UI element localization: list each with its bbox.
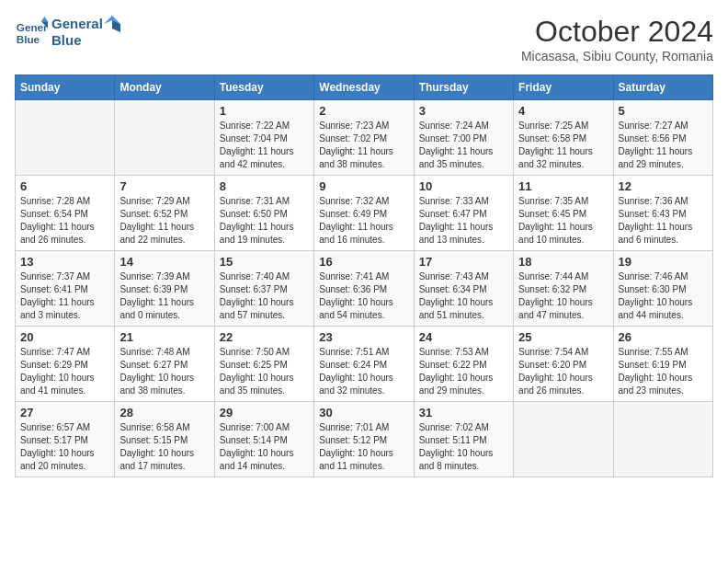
day-info: Sunrise: 7:36 AM Sunset: 6:43 PM Dayligh… bbox=[619, 195, 708, 247]
calendar-cell bbox=[16, 100, 115, 176]
day-number: 15 bbox=[220, 255, 309, 269]
month-title: October 2024 bbox=[521, 15, 713, 49]
day-number: 24 bbox=[419, 330, 508, 344]
day-info: Sunrise: 7:47 AM Sunset: 6:29 PM Dayligh… bbox=[20, 346, 109, 397]
logo-general: General bbox=[51, 16, 103, 31]
day-number: 3 bbox=[419, 104, 508, 118]
day-info: Sunrise: 7:33 AM Sunset: 6:47 PM Dayligh… bbox=[419, 195, 508, 247]
calendar-cell: 18Sunrise: 7:44 AM Sunset: 6:32 PM Dayli… bbox=[514, 251, 613, 327]
calendar-cell: 6Sunrise: 7:28 AM Sunset: 6:54 PM Daylig… bbox=[16, 176, 115, 251]
day-number: 23 bbox=[319, 330, 408, 344]
week-row-3: 13Sunrise: 7:37 AM Sunset: 6:41 PM Dayli… bbox=[16, 251, 713, 327]
day-info: Sunrise: 7:01 AM Sunset: 5:12 PM Dayligh… bbox=[319, 421, 408, 473]
weekday-tuesday: Tuesday bbox=[214, 75, 313, 100]
day-info: Sunrise: 7:22 AM Sunset: 7:04 PM Dayligh… bbox=[220, 120, 309, 171]
calendar-cell: 3Sunrise: 7:24 AM Sunset: 7:00 PM Daylig… bbox=[414, 100, 513, 176]
location: Micasasa, Sibiu County, Romania bbox=[521, 49, 713, 63]
weekday-saturday: Saturday bbox=[613, 75, 712, 100]
day-info: Sunrise: 7:50 AM Sunset: 6:25 PM Dayligh… bbox=[220, 346, 309, 397]
day-number: 2 bbox=[319, 104, 408, 118]
day-info: Sunrise: 7:40 AM Sunset: 6:37 PM Dayligh… bbox=[220, 270, 309, 322]
day-number: 10 bbox=[419, 179, 508, 193]
day-info: Sunrise: 7:00 AM Sunset: 5:14 PM Dayligh… bbox=[220, 421, 309, 473]
day-info: Sunrise: 7:43 AM Sunset: 6:34 PM Dayligh… bbox=[419, 270, 508, 322]
svg-marker-2 bbox=[41, 17, 48, 21]
calendar-cell: 29Sunrise: 7:00 AM Sunset: 5:14 PM Dayli… bbox=[214, 402, 313, 477]
calendar-cell: 28Sunrise: 6:58 AM Sunset: 5:15 PM Dayli… bbox=[115, 402, 214, 477]
day-number: 21 bbox=[119, 330, 209, 344]
day-number: 28 bbox=[119, 406, 209, 419]
day-info: Sunrise: 7:46 AM Sunset: 6:30 PM Dayligh… bbox=[619, 270, 708, 322]
weekday-thursday: Thursday bbox=[414, 75, 513, 100]
week-row-5: 27Sunrise: 6:57 AM Sunset: 5:17 PM Dayli… bbox=[16, 402, 713, 477]
weekday-wednesday: Wednesday bbox=[314, 75, 414, 100]
calendar-cell: 5Sunrise: 7:27 AM Sunset: 6:56 PM Daylig… bbox=[613, 100, 712, 176]
weekday-monday: Monday bbox=[115, 75, 214, 100]
day-info: Sunrise: 7:54 AM Sunset: 6:20 PM Dayligh… bbox=[518, 346, 608, 397]
calendar-cell: 21Sunrise: 7:48 AM Sunset: 6:27 PM Dayli… bbox=[115, 327, 214, 402]
calendar-cell: 14Sunrise: 7:39 AM Sunset: 6:39 PM Dayli… bbox=[115, 251, 214, 327]
day-info: Sunrise: 6:58 AM Sunset: 5:15 PM Dayligh… bbox=[119, 421, 209, 473]
logo-blue: Blue bbox=[51, 32, 120, 48]
weekday-sunday: Sunday bbox=[16, 75, 115, 100]
week-row-2: 6Sunrise: 7:28 AM Sunset: 6:54 PM Daylig… bbox=[16, 176, 713, 251]
day-number: 11 bbox=[518, 179, 608, 193]
day-info: Sunrise: 7:44 AM Sunset: 6:32 PM Dayligh… bbox=[518, 270, 608, 322]
calendar-cell: 8Sunrise: 7:31 AM Sunset: 6:50 PM Daylig… bbox=[214, 176, 313, 251]
day-number: 12 bbox=[619, 179, 708, 193]
page-header: General Blue General Blue October 2024 M… bbox=[15, 15, 713, 63]
calendar-cell: 25Sunrise: 7:54 AM Sunset: 6:20 PM Dayli… bbox=[514, 327, 613, 402]
day-info: Sunrise: 7:28 AM Sunset: 6:54 PM Dayligh… bbox=[20, 195, 109, 247]
day-number: 13 bbox=[20, 255, 109, 269]
calendar-cell: 4Sunrise: 7:25 AM Sunset: 6:58 PM Daylig… bbox=[514, 100, 613, 176]
weekday-header-row: SundayMondayTuesdayWednesdayThursdayFrid… bbox=[16, 75, 713, 100]
day-info: Sunrise: 7:35 AM Sunset: 6:45 PM Dayligh… bbox=[518, 195, 608, 247]
calendar-cell: 20Sunrise: 7:47 AM Sunset: 6:29 PM Dayli… bbox=[16, 327, 115, 402]
day-info: Sunrise: 7:23 AM Sunset: 7:02 PM Dayligh… bbox=[319, 120, 408, 171]
day-info: Sunrise: 7:39 AM Sunset: 6:39 PM Dayligh… bbox=[119, 270, 209, 322]
logo-arrow-icon bbox=[104, 16, 120, 32]
calendar-cell: 9Sunrise: 7:32 AM Sunset: 6:49 PM Daylig… bbox=[314, 176, 414, 251]
calendar-cell: 2Sunrise: 7:23 AM Sunset: 7:02 PM Daylig… bbox=[314, 100, 414, 176]
day-info: Sunrise: 6:57 AM Sunset: 5:17 PM Dayligh… bbox=[20, 421, 109, 473]
calendar-cell: 7Sunrise: 7:29 AM Sunset: 6:52 PM Daylig… bbox=[115, 176, 214, 251]
calendar-cell bbox=[115, 100, 214, 176]
day-info: Sunrise: 7:53 AM Sunset: 6:22 PM Dayligh… bbox=[419, 346, 508, 397]
calendar-table: SundayMondayTuesdayWednesdayThursdayFrid… bbox=[15, 75, 713, 477]
week-row-1: 1Sunrise: 7:22 AM Sunset: 7:04 PM Daylig… bbox=[16, 100, 713, 176]
day-info: Sunrise: 7:02 AM Sunset: 5:11 PM Dayligh… bbox=[419, 421, 508, 473]
day-number: 9 bbox=[319, 179, 408, 193]
day-number: 22 bbox=[220, 330, 309, 344]
day-info: Sunrise: 7:31 AM Sunset: 6:50 PM Dayligh… bbox=[220, 195, 309, 247]
day-info: Sunrise: 7:24 AM Sunset: 7:00 PM Dayligh… bbox=[419, 120, 508, 171]
day-number: 26 bbox=[619, 330, 708, 344]
day-number: 19 bbox=[619, 255, 708, 269]
calendar-cell bbox=[613, 402, 712, 477]
calendar-cell bbox=[514, 402, 613, 477]
calendar-cell: 15Sunrise: 7:40 AM Sunset: 6:37 PM Dayli… bbox=[214, 251, 313, 327]
calendar-cell: 23Sunrise: 7:51 AM Sunset: 6:24 PM Dayli… bbox=[314, 327, 414, 402]
day-number: 4 bbox=[518, 104, 608, 118]
week-row-4: 20Sunrise: 7:47 AM Sunset: 6:29 PM Dayli… bbox=[16, 327, 713, 402]
calendar-cell: 11Sunrise: 7:35 AM Sunset: 6:45 PM Dayli… bbox=[514, 176, 613, 251]
day-info: Sunrise: 7:48 AM Sunset: 6:27 PM Dayligh… bbox=[119, 346, 209, 397]
day-info: Sunrise: 7:27 AM Sunset: 6:56 PM Dayligh… bbox=[619, 120, 708, 171]
calendar-cell: 10Sunrise: 7:33 AM Sunset: 6:47 PM Dayli… bbox=[414, 176, 513, 251]
day-number: 20 bbox=[20, 330, 109, 344]
day-number: 5 bbox=[619, 104, 708, 118]
day-number: 7 bbox=[119, 179, 209, 193]
calendar-cell: 24Sunrise: 7:53 AM Sunset: 6:22 PM Dayli… bbox=[414, 327, 513, 402]
calendar-cell: 1Sunrise: 7:22 AM Sunset: 7:04 PM Daylig… bbox=[214, 100, 313, 176]
weekday-friday: Friday bbox=[514, 75, 613, 100]
title-block: October 2024 Micasasa, Sibiu County, Rom… bbox=[521, 15, 713, 63]
calendar-cell: 13Sunrise: 7:37 AM Sunset: 6:41 PM Dayli… bbox=[16, 251, 115, 327]
day-number: 31 bbox=[419, 406, 508, 419]
calendar-cell: 19Sunrise: 7:46 AM Sunset: 6:30 PM Dayli… bbox=[613, 251, 712, 327]
day-number: 14 bbox=[119, 255, 209, 269]
calendar-cell: 12Sunrise: 7:36 AM Sunset: 6:43 PM Dayli… bbox=[613, 176, 712, 251]
calendar-cell: 31Sunrise: 7:02 AM Sunset: 5:11 PM Dayli… bbox=[414, 402, 513, 477]
day-info: Sunrise: 7:37 AM Sunset: 6:41 PM Dayligh… bbox=[20, 270, 109, 322]
day-number: 30 bbox=[319, 406, 408, 419]
day-info: Sunrise: 7:55 AM Sunset: 6:19 PM Dayligh… bbox=[619, 346, 708, 397]
logo: General Blue General Blue bbox=[15, 15, 120, 48]
